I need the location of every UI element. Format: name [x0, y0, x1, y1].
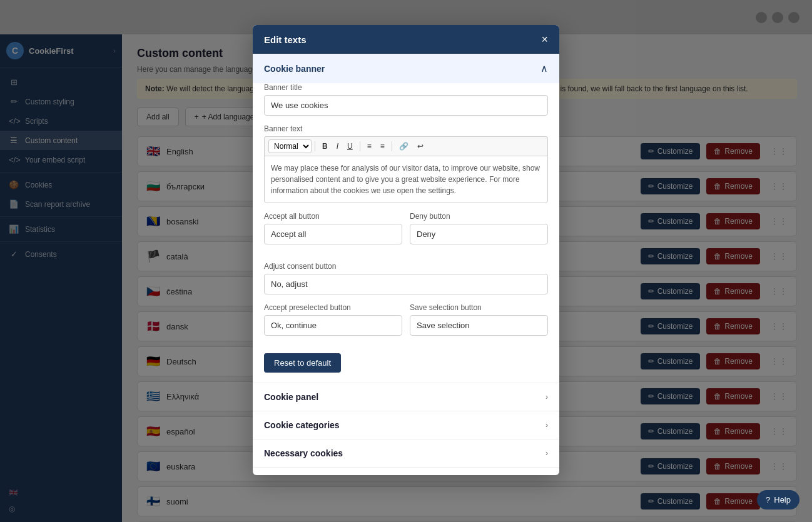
- deny-label: Deny button: [410, 212, 548, 221]
- section-necessary-cookies[interactable]: Necessary cookies ›: [253, 439, 559, 467]
- deny-input[interactable]: [410, 224, 548, 244]
- chevron-right-icon: ›: [546, 449, 548, 458]
- help-button[interactable]: ? Help: [757, 490, 799, 509]
- section-performance-cookies[interactable]: Performance cookies ›: [253, 467, 559, 475]
- rte-separator-1: [315, 141, 315, 151]
- accept-preselected-input[interactable]: [264, 315, 402, 336]
- save-selection-label: Save selection button: [410, 303, 548, 312]
- save-selection-input[interactable]: [410, 315, 548, 336]
- accept-all-group: Accept all button: [264, 212, 402, 244]
- accordion-sections: Cookie panel › Cookie categories › Neces…: [253, 383, 559, 475]
- banner-title-group: Banner title: [264, 83, 548, 116]
- section-title-cookie-panel: Cookie panel: [264, 392, 318, 402]
- section-cookie-categories[interactable]: Cookie categories ›: [253, 411, 559, 439]
- rte-format-select[interactable]: Normal: [268, 139, 312, 153]
- reset-to-default-button[interactable]: Reset to default: [264, 353, 341, 373]
- rte-separator-2: [360, 141, 360, 151]
- edit-texts-modal: Edit texts × Cookie banner ∧ Banner titl…: [253, 25, 559, 475]
- help-label: Help: [774, 495, 791, 504]
- adjust-group: Adjust consent button: [264, 262, 548, 294]
- section-cookie-panel[interactable]: Cookie panel ›: [253, 383, 559, 411]
- banner-title-input[interactable]: [264, 95, 548, 116]
- cookie-banner-section-header[interactable]: Cookie banner ∧: [253, 54, 559, 83]
- rte-undo-button[interactable]: ↩: [414, 140, 427, 153]
- rte-list-ordered-button[interactable]: ≡: [363, 140, 375, 153]
- chevron-right-icon: ›: [546, 393, 548, 401]
- button-fields-row-1: Accept all button Deny button: [264, 212, 548, 253]
- rte-underline-button[interactable]: U: [343, 140, 357, 153]
- modal-title: Edit texts: [264, 34, 307, 45]
- adjust-label: Adjust consent button: [264, 262, 548, 271]
- adjust-input[interactable]: [264, 274, 548, 294]
- accept-all-input[interactable]: [264, 224, 402, 244]
- deny-group: Deny button: [410, 212, 548, 244]
- modal-overlay: Edit texts × Cookie banner ∧ Banner titl…: [0, 0, 812, 522]
- cookie-banner-section-content: Banner title Banner text Normal B I U ≡ …: [253, 83, 559, 383]
- banner-text-editor[interactable]: We may place these for analysis of our v…: [264, 156, 548, 203]
- rte-bold-button[interactable]: B: [318, 140, 332, 153]
- banner-collapse-button[interactable]: ∧: [540, 63, 548, 74]
- banner-title-label: Banner title: [264, 83, 548, 92]
- section-title-necessary-cookies: Necessary cookies: [264, 448, 343, 458]
- accept-preselected-group: Accept preselected button: [264, 303, 402, 336]
- chevron-right-icon: ›: [546, 421, 548, 429]
- banner-text-group: Banner text Normal B I U ≡ ≡ 🔗 ↩ We: [264, 124, 548, 203]
- rte-link-button[interactable]: 🔗: [395, 140, 412, 153]
- rte-toolbar: Normal B I U ≡ ≡ 🔗 ↩: [264, 136, 548, 156]
- cookie-banner-title: Cookie banner: [264, 64, 325, 74]
- button-fields-row-2: Accept preselected button Save selection…: [264, 303, 548, 344]
- modal-close-button[interactable]: ×: [541, 34, 548, 45]
- banner-text-label: Banner text: [264, 124, 548, 133]
- modal-header: Edit texts ×: [253, 25, 559, 54]
- accept-all-label: Accept all button: [264, 212, 402, 221]
- accept-preselected-label: Accept preselected button: [264, 303, 402, 312]
- rte-italic-button[interactable]: I: [333, 140, 342, 153]
- rte-list-unordered-button[interactable]: ≡: [377, 140, 388, 153]
- rte-separator-3: [392, 141, 392, 151]
- question-icon: ?: [766, 495, 770, 504]
- save-selection-group: Save selection button: [410, 303, 548, 336]
- section-title-cookie-categories: Cookie categories: [264, 420, 340, 430]
